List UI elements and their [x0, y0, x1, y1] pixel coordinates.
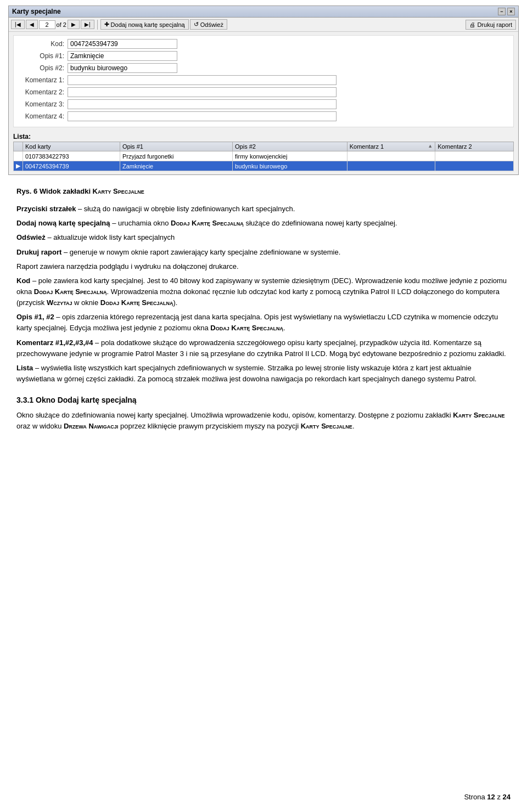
page-label: Strona	[464, 793, 485, 801]
sp1-sc1: Karty Specjalne	[453, 411, 504, 419]
p7-rest: – opis zdarzenia którego reprezentacją j…	[16, 313, 498, 332]
form-row-kod: Kod:	[18, 39, 509, 49]
page-separator: z	[497, 793, 501, 801]
paragraph-1: Przyciski strzałek – służą do nawigacji …	[16, 204, 511, 215]
paragraph-3: Odśwież – aktualizuje widok listy kart s…	[16, 232, 511, 243]
komentarz4-label: Komentarz 4:	[18, 112, 68, 120]
p9-bold: Lista	[16, 364, 33, 372]
p1-bold: Przyciski strzałek	[16, 205, 76, 213]
print-report-button[interactable]: 🖨 Drukuj raport	[466, 20, 516, 30]
cell-kom1-1	[347, 151, 435, 161]
nav-current-input[interactable]	[39, 20, 55, 29]
nav-first-button[interactable]: |◀	[11, 20, 25, 29]
toolbar-separator-1	[97, 20, 98, 30]
form-row-komentarz2: Komentarz 2:	[18, 87, 509, 97]
cell-kod-1: 0107383422793	[23, 151, 120, 161]
table-row[interactable]: 0107383422793 Przyjazd furgonetki firmy …	[14, 151, 514, 161]
paragraph-9: Lista – wyświetła listę wszystkich kart …	[16, 363, 511, 385]
add-card-label: Dodaj nową kartę specjalną	[111, 21, 185, 28]
komentarz2-input[interactable]	[68, 87, 337, 97]
section-title: 3.3.1 Okno Dodaj kartę specjalną	[16, 394, 511, 407]
paragraph-6: Kod – pole zawiera kod karty specjalnej.…	[16, 275, 511, 308]
opis2-input[interactable]	[68, 63, 177, 73]
nav-of-label: of 2	[57, 21, 66, 28]
cell-kom1-2	[347, 161, 435, 171]
p6-bold: Kod	[16, 277, 30, 285]
sp1-sc2: Drzewa Nawigacji	[64, 422, 118, 430]
window-title-left: Karty specjalne	[12, 8, 61, 15]
p1-rest: – służą do nawigacji w obrębie listy zde…	[78, 205, 295, 213]
window-title: Karty specjalne	[12, 8, 61, 15]
nav-first-icon: |◀	[15, 21, 21, 27]
add-icon: ✚	[104, 21, 109, 28]
sort-icon: ▲	[428, 143, 433, 149]
table-row[interactable]: ▶ 0047245394739 Zamknięcie budynku biuro…	[14, 161, 514, 171]
nav-prev-button[interactable]: ◀	[26, 20, 38, 29]
opis1-label: Opis #1:	[18, 52, 68, 60]
section-p1-text: Okno służące do zdefiniowania nowej kart…	[16, 411, 505, 430]
komentarz3-input[interactable]	[68, 99, 337, 109]
refresh-button[interactable]: ↺ Odśwież	[190, 19, 227, 30]
p3-rest: – aktualizuje widok listy kart specjalny…	[47, 233, 175, 241]
cell-kom2-2	[435, 161, 514, 171]
p7-bold: Opis #1, #2	[16, 313, 54, 321]
minimize-button[interactable]: −	[498, 8, 506, 15]
form-row-komentarz4: Komentarz 4:	[18, 111, 509, 121]
komentarz1-input[interactable]	[68, 75, 337, 85]
data-table: Kod karty Opis #1 Opis #2 Komentarz 1 ▲ …	[13, 142, 514, 171]
refresh-icon: ↺	[194, 21, 199, 28]
komentarz1-label: Komentarz 1:	[18, 76, 68, 84]
window-title-controls: − ×	[498, 8, 515, 15]
form-area: Kod: Opis #1: Opis #2: Komentarz 1: Kome…	[13, 35, 514, 127]
cell-opis2-1: firmy konwojenckiej	[233, 151, 347, 161]
col-kod[interactable]: Kod karty	[23, 142, 120, 151]
cell-kod-2: 0047245394739	[23, 161, 120, 171]
maximize-button[interactable]: ×	[507, 8, 515, 15]
table-header-row: Kod karty Opis #1 Opis #2 Komentarz 1 ▲ …	[14, 142, 514, 151]
col-arrow	[14, 142, 23, 151]
paragraph-2: Dodaj nową kartę specjalną – uruchamia o…	[16, 218, 511, 229]
komentarz2-label: Komentarz 2:	[18, 88, 68, 96]
kod-input[interactable]	[68, 39, 177, 49]
content-area: Rys. 6 Widok zakładki Karty Specjalne Pr…	[0, 181, 527, 441]
p4-rest: – generuje w nowym oknie raport zawieraj…	[64, 248, 340, 256]
cell-kom2-1	[435, 151, 514, 161]
add-card-button[interactable]: ✚ Dodaj nową kartę specjalną	[100, 19, 189, 30]
page-number: Strona 12 z 24	[464, 793, 511, 801]
nav-next-button[interactable]: ▶	[68, 20, 80, 29]
toolbar: |◀ ◀ of 2 ▶ ▶| ✚ Dodaj nową kartę specja…	[9, 18, 518, 32]
page-current: 12	[487, 793, 495, 801]
p2-rest: – uruchamia okno Dodaj Kartę Specjalną s…	[112, 219, 397, 227]
nav-last-button[interactable]: ▶|	[81, 20, 94, 29]
col-komentarz1[interactable]: Komentarz 1 ▲	[347, 142, 435, 151]
row-arrow-1	[14, 151, 23, 161]
row-arrow-2: ▶	[14, 161, 23, 171]
page-total: 24	[503, 793, 511, 801]
form-row-komentarz1: Komentarz 1:	[18, 75, 509, 85]
refresh-label: Odśwież	[200, 21, 223, 28]
p6-sc3: Dodaj Kartę Specjalną	[100, 298, 173, 307]
p2-smallcaps: Dodaj Kartę Specjalną	[171, 219, 244, 227]
col-komentarz2[interactable]: Komentarz 2	[435, 142, 514, 151]
col-opis1[interactable]: Opis #1	[120, 142, 233, 151]
form-row-komentarz3: Komentarz 3:	[18, 99, 509, 109]
komentarz3-label: Komentarz 3:	[18, 100, 68, 108]
print-icon: 🖨	[469, 21, 475, 28]
paragraph-8: Komentarz #1,#2,#3,#4 – pola dodatkowe s…	[16, 337, 511, 359]
sp1-sc3: Karty Specjalne	[301, 422, 352, 430]
p7-sc: Dodaj Kartę Specjalną	[210, 324, 283, 332]
cell-opis1-1: Przyjazd furgonetki	[120, 151, 233, 161]
col-opis2[interactable]: Opis #2	[233, 142, 347, 151]
paragraph-5: Raport zawiera narzędzia podglądu i wydr…	[16, 261, 511, 272]
opis2-label: Opis #2:	[18, 64, 68, 72]
cell-opis2-2: budynku biurowego	[233, 161, 347, 171]
window-panel: Karty specjalne − × |◀ ◀ of 2 ▶ ▶| ✚ Dod…	[8, 5, 519, 175]
opis1-input[interactable]	[68, 51, 177, 61]
p6-sc1: Dodaj Kartę Specjalną	[34, 287, 107, 296]
kod-label: Kod:	[18, 40, 68, 48]
figure-caption: Rys. 6 Widok zakładki Karty Specjalne	[16, 186, 511, 197]
komentarz4-input[interactable]	[68, 111, 337, 121]
p4-bold: Drukuj raport	[16, 248, 61, 256]
p5-text: Raport zawiera narzędzia podglądu i wydr…	[16, 262, 239, 270]
p6-rest: – pole zawiera kod karty specjalnej. Jes…	[16, 277, 507, 307]
